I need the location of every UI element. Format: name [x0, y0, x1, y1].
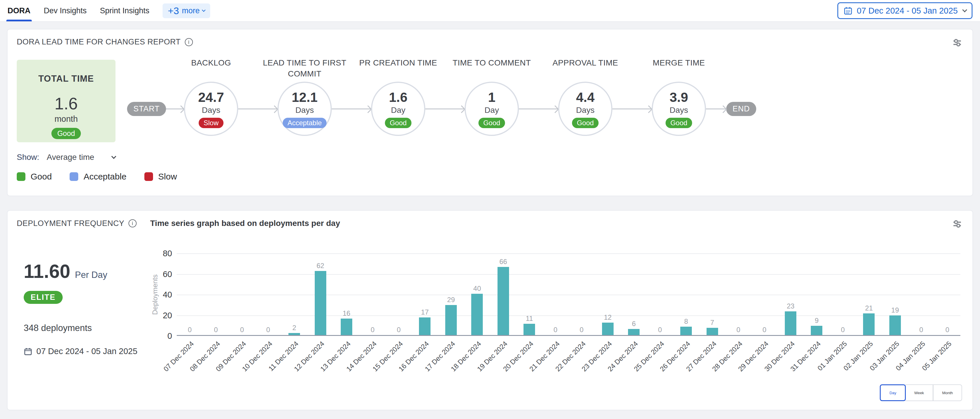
bar-slot: 21 [856, 253, 882, 335]
granularity-week-button[interactable]: Week [905, 384, 933, 401]
card-settings-button[interactable] [952, 219, 963, 230]
deployment-bar[interactable] [471, 294, 483, 335]
bar-slot: 62 [307, 253, 333, 335]
legend-label: Slow [158, 172, 177, 181]
card-settings-button[interactable] [952, 38, 963, 49]
deployment-bar[interactable] [706, 328, 718, 335]
total-time-summary: TOTAL TIME 1.6 month Good [17, 60, 116, 142]
legend-label: Good [30, 172, 52, 181]
bar-value-label: 11 [526, 314, 533, 323]
bar-value-label: 62 [317, 262, 324, 270]
deployment-bar[interactable] [341, 319, 352, 335]
stats-date-range: 07 Dec 2024 - 05 Jan 2025 [37, 347, 137, 356]
info-icon[interactable]: i [129, 219, 137, 227]
deployment-frequency-title: DEPLOYMENT FREQUENCY [17, 219, 124, 228]
bar-slot: 0 [647, 253, 673, 335]
bar-slot: 8 [673, 253, 699, 335]
more-tabs-dropdown[interactable]: +3 more [162, 3, 210, 18]
bar-value-label: 2 [292, 324, 296, 332]
granularity-day-button[interactable]: Day [880, 384, 906, 401]
bar-slot: 0 [830, 253, 856, 335]
bar-value-label: 0 [580, 326, 584, 334]
bar-value-label: 0 [841, 326, 845, 334]
stage-status-badge: Good [665, 118, 692, 128]
deployment-bar[interactable] [628, 329, 640, 335]
bar-slot: 0 [908, 253, 934, 335]
show-metric-dropdown[interactable]: Show: Average time [17, 152, 116, 162]
stage-unit: Day [485, 106, 499, 115]
total-deployments: 348 deployments [24, 323, 150, 333]
bar-slot: 17 [412, 253, 438, 335]
bar-slot: 29 [438, 253, 464, 335]
date-range-picker[interactable]: 07 Dec 2024 - 05 Jan 2025 [837, 2, 972, 19]
granularity-month-button[interactable]: Month [933, 384, 962, 401]
deployment-bar[interactable] [445, 305, 457, 335]
bar-slot: 2 [281, 253, 307, 335]
calendar-icon [843, 6, 853, 15]
bar-value-label: 0 [371, 326, 374, 334]
deployment-bar[interactable] [288, 333, 300, 335]
tab-sprint-insights[interactable]: Sprint Insights [100, 0, 149, 21]
bar-value-label: 21 [865, 304, 873, 312]
bar-value-label: 0 [397, 326, 401, 334]
deployment-bar[interactable] [498, 267, 509, 335]
sliders-icon [952, 38, 963, 48]
stage-status-badge: Slow [199, 118, 223, 128]
deployment-bar[interactable] [889, 316, 901, 335]
stage-title: BACKLOG [165, 57, 258, 68]
stage-unit: Days [295, 106, 314, 115]
legend-swatch [17, 172, 25, 181]
flow-stage-approval-time: APPROVAL TIME4.4DaysGood [558, 82, 612, 136]
flow-arrow [612, 108, 652, 110]
bar-value-label: 0 [920, 326, 923, 334]
flow-arrow [332, 108, 371, 110]
stage-title: PR CREATION TIME [352, 57, 445, 68]
flow-stage-lead-time-to-first-commit: LEAD TIME TO FIRST COMMIT12.1DaysAccepta… [277, 82, 332, 136]
tab-dev-insights[interactable]: Dev Insights [44, 0, 87, 21]
bar-value-label: 0 [214, 326, 218, 334]
bar-slot: 0 [751, 253, 777, 335]
lead-time-card: DORA LEAD TIME FOR CHANGES REPORT i TOTA… [7, 29, 973, 196]
info-icon[interactable]: i [185, 38, 193, 46]
y-tick-label: 40 [163, 290, 172, 300]
bar-value-label: 0 [762, 326, 766, 334]
y-tick-label: 80 [163, 249, 172, 258]
stage-unit: Day [391, 106, 406, 115]
bar-value-label: 0 [266, 326, 270, 334]
performance-tier-badge: ELITE [24, 291, 63, 304]
deployment-bar[interactable] [315, 271, 326, 335]
deployment-bar[interactable] [811, 326, 822, 335]
date-range-value: 07 Dec 2024 - 05 Jan 2025 [857, 6, 958, 16]
deployment-bar[interactable] [863, 313, 875, 335]
legend-item: Acceptable [70, 172, 126, 181]
bar-value-label: 0 [240, 326, 244, 334]
bar-value-label: 0 [188, 326, 192, 334]
bar-slot: 0 [542, 253, 568, 335]
bar-value-label: 9 [815, 317, 819, 325]
bar-value-label: 0 [658, 326, 662, 334]
deployment-bar[interactable] [680, 327, 692, 335]
total-time-unit: month [17, 114, 116, 124]
status-legend: GoodAcceptableSlow [17, 172, 116, 181]
deployment-bar[interactable] [785, 311, 796, 335]
show-selected-value: Average time [47, 152, 94, 162]
tab-dora[interactable]: DORA [8, 0, 30, 21]
total-status-badge: Good [51, 128, 81, 139]
bar-slot: 0 [229, 253, 255, 335]
deployment-bar[interactable] [523, 324, 535, 335]
deployment-bar[interactable] [602, 323, 614, 335]
chevron-down-icon [963, 8, 967, 13]
stage-value: 1.6 [389, 89, 407, 105]
bar-slot: 12 [595, 253, 621, 335]
flow-diagram: STARTBACKLOG24.7DaysSlowLEAD TIME TO FIR… [127, 82, 963, 136]
stage-title: LEAD TIME TO FIRST COMMIT [258, 57, 351, 79]
bar-value-label: 17 [421, 308, 429, 316]
bar-value-label: 0 [554, 326, 557, 334]
bar-slot: 7 [699, 253, 725, 335]
bar-slot: 0 [725, 253, 751, 335]
deployment-rate-value: 11.60 [24, 260, 70, 282]
sliders-icon [952, 219, 963, 229]
x-tick: 05 Jan 2025 [934, 335, 960, 384]
flow-stage-backlog: BACKLOG24.7DaysSlow [184, 82, 238, 136]
deployment-bar[interactable] [419, 317, 431, 335]
